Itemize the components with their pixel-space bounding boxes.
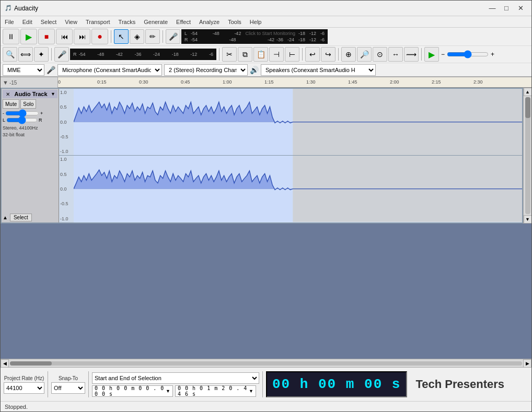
maximize-button[interactable]: □ [500,2,513,15]
undo-button[interactable]: ↩ [305,47,320,62]
track-dropdown-icon[interactable]: ▼ [51,91,55,97]
pan-slider[interactable] [6,117,38,123]
scroll-down-button[interactable]: ▼ [524,215,532,223]
separator-6 [338,48,339,61]
separator-1 [111,30,111,43]
waveform-channel-2[interactable]: 1.0 0.5 0.0 -0.5 -1.0 [59,156,522,222]
tech-presenters: Tech Presenters [410,378,528,391]
snap-select[interactable]: Off [51,382,85,394]
track-btn-row: Mute Solo [3,99,57,109]
toolbar-row-2: 🔍 ⟺ ✦ 🎤 R -54-48-42-36-24-18-12-6 ✂ ⧉ 📋 [1,46,531,63]
bottom-bar: Project Rate (Hz) 44100 Snap-To Off [1,367,531,401]
snap-section: Snap-To Off [51,375,85,394]
y-label-2-05: 0.5 [60,172,73,177]
scrollbar-track-h[interactable] [10,361,522,366]
waveform-svg-1 [74,89,522,155]
menu-view[interactable]: View [61,16,82,27]
y-label-1-n1: -1.0 [60,149,73,154]
big-timer: 00 h 00 m 00 s [266,371,407,397]
y-label-1-0z: 0.0 [60,120,73,125]
mic-button-2[interactable]: 🎤 [54,47,69,62]
menu-select[interactable]: Select [37,16,61,27]
redo-button[interactable]: ↪ [321,47,336,62]
paste-button[interactable]: 📋 [253,47,268,62]
time-end-arrow[interactable]: ▼ [249,389,253,394]
minus-icon: − [441,51,445,58]
track-format: Stereo, 44100Hz [3,125,57,132]
zoom-out-button[interactable]: 🔎 [357,47,372,62]
mute-button[interactable]: Mute [3,99,19,109]
menu-help[interactable]: Help [246,16,266,27]
menu-edit[interactable]: Edit [18,16,37,27]
time-end-value: 0 0 h 0 1 m 2 0 . 4 4 6 s [178,385,249,397]
channels-select[interactable]: 2 (Stereo) Recording Chann... [164,64,248,76]
minimize-button[interactable]: — [485,2,499,15]
select-tool-button[interactable]: ↖ [114,29,129,44]
toolbars: ⏸ ▶ ■ ⏮ ⏭ ● ↖ ◈ ✏ 🎤 L -54- [1,28,531,77]
playback-speed-slider[interactable] [447,52,489,57]
collapse-icon[interactable]: ▲ [3,215,8,220]
speaker-icon: 🔊 [250,66,259,74]
track-close-button[interactable]: ✕ [5,91,11,97]
pause-button[interactable]: ⏸ [3,29,19,44]
zoom-fit2-button[interactable]: ↔ [388,47,403,62]
select-button[interactable]: Select [10,214,32,221]
pencil-tool-button[interactable]: ✏ [145,29,160,44]
zoom-in-button[interactable]: 🔍 [3,47,17,62]
track-pan-row: L R [3,117,57,123]
skip-end-button[interactable]: ⏭ [74,29,90,44]
input-device-select[interactable]: Microphone (Conexant SmartAudio [57,64,162,76]
project-rate-select[interactable]: 44100 [4,382,44,394]
host-select[interactable]: MME [3,64,44,76]
scrollbar-track-v[interactable] [525,97,530,214]
zoom-sel-button[interactable]: ⊕ [341,47,356,62]
separator-4 [219,48,219,61]
zoom-fit-button[interactable]: ⟺ [18,47,33,62]
mic-button[interactable]: 🎤 [166,29,180,44]
vertical-scrollbar[interactable]: ▲ ▼ [523,88,531,223]
playback-play-button[interactable]: ▶ [424,47,439,62]
trim-left-button[interactable]: ⊣ [269,47,284,62]
scroll-left-button[interactable]: ◀ [1,359,9,368]
close-button[interactable]: ✕ [514,2,527,15]
output-device-select[interactable]: Speakers (Conexant SmartAudio H [261,64,376,76]
ruler-tick-230: 2:30 [473,79,483,85]
trim-right-button[interactable]: ⊢ [285,47,299,62]
menu-effect[interactable]: Effect [172,16,195,27]
cut-button[interactable]: ✂ [222,47,237,62]
menu-tools[interactable]: Tools [224,16,246,27]
menu-file[interactable]: File [1,16,18,27]
waveform-channel-1[interactable]: 1.0 0.5 0.0 -0.5 -1.0 [59,89,522,156]
stop-button[interactable]: ■ [38,29,55,44]
scrollbar-thumb-v[interactable] [525,97,530,118]
menu-tracks[interactable]: Tracks [114,16,140,27]
multi-tool-button[interactable]: ✦ [34,47,49,62]
skip-start-button[interactable]: ⏮ [56,29,73,44]
time-start-arrow[interactable]: ▼ [166,389,170,394]
y-axis-2: 1.0 0.5 0.0 -0.5 -1.0 [59,156,74,222]
menu-analyze[interactable]: Analyze [195,16,224,27]
track-title: Audio Track [15,91,48,97]
record-button[interactable]: ● [91,29,108,44]
scrub-button[interactable]: ⟿ [404,47,419,62]
waveform-area[interactable]: 1.0 0.5 0.0 -0.5 -1.0 [59,89,522,222]
scroll-right-button[interactable]: ▶ [523,359,531,368]
timeline-ruler[interactable]: 0 0:15 0:30 0:45 1:00 1:15 1:30 1:45 2:0… [58,77,531,88]
menu-generate[interactable]: Generate [140,16,172,27]
play-button[interactable]: ▶ [20,29,37,44]
copy-button[interactable]: ⧉ [238,47,252,62]
solo-button[interactable]: Solo [20,99,36,109]
ruler-tick-215: 2:15 [432,79,441,85]
vu-meter[interactable]: L -54-48-42 Click to Start Monitoring -1… [181,29,328,44]
track-inner: ✕ Audio Track ▼ Mute Solo - [2,89,522,222]
scroll-up-button[interactable]: ▲ [524,88,532,96]
time-start-input[interactable]: 0 0 h 0 0 m 0 0 . 0 0 0 s ▼ [92,385,173,397]
menu-transport[interactable]: Transport [82,16,114,27]
time-end-input[interactable]: 0 0 h 0 1 m 2 0 . 4 4 6 s ▼ [175,385,256,397]
envelope-tool-button[interactable]: ◈ [130,29,144,44]
credit-text: Tech Presenters [415,378,504,391]
zoom-norm-button[interactable]: ⊙ [373,47,387,62]
scrollbar-thumb-h[interactable] [10,361,52,366]
horizontal-scrollbar[interactable]: ◀ ▶ [1,359,531,367]
selection-type-select[interactable]: Start and End of Selection [92,372,259,384]
